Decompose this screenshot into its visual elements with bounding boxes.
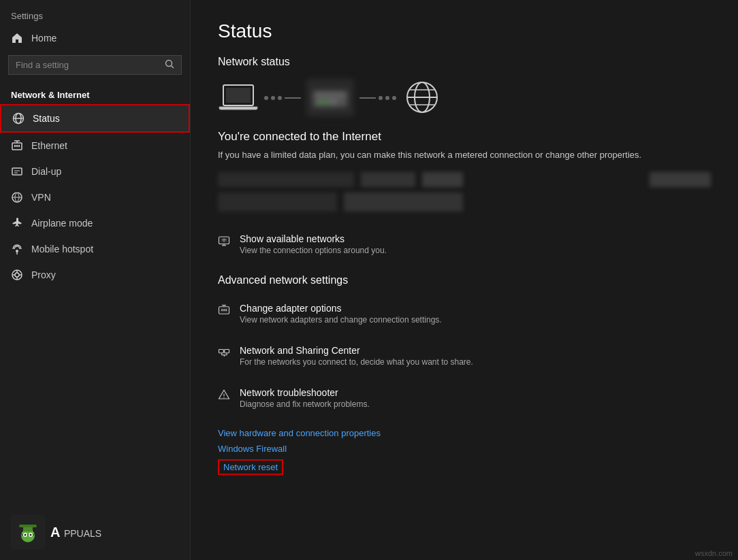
- section-label: Network & Internet: [0, 84, 190, 104]
- troubleshooter-title: Network troubleshooter: [240, 387, 370, 398]
- sidebar-item-dialup[interactable]: Dial-up: [0, 159, 190, 184]
- show-networks-title: Show available networks: [240, 233, 387, 244]
- airplane-label: Airplane mode: [31, 218, 93, 229]
- laptop-diagram-icon: [218, 81, 259, 115]
- logo-icon: [12, 516, 44, 548]
- show-networks-item[interactable]: Show available networks View the connect…: [218, 228, 711, 261]
- status-globe-icon: [12, 112, 25, 125]
- router-diagram-icon: [306, 79, 354, 116]
- sharing-center-item[interactable]: Network and Sharing Center For the netwo…: [218, 340, 711, 372]
- svg-point-37: [325, 100, 329, 104]
- dialup-label: Dial-up: [31, 166, 61, 177]
- svg-rect-10: [18, 145, 20, 147]
- ethernet-icon: [11, 139, 23, 152]
- page-title: Status: [218, 20, 711, 42]
- svg-line-1: [172, 66, 174, 69]
- connection-line-1: [264, 96, 301, 100]
- svg-rect-33: [226, 88, 251, 103]
- svg-rect-35: [313, 92, 347, 95]
- main-content: Status Network status: [191, 0, 738, 560]
- svg-point-27: [25, 534, 27, 536]
- svg-point-49: [223, 241, 225, 242]
- troubleshooter-sub: Diagnose and fix network problems.: [240, 399, 370, 409]
- sharing-center-sub: For the networks you connect to, decide …: [240, 357, 473, 367]
- vpn-icon: [11, 191, 23, 203]
- sharing-center-text: Network and Sharing Center For the netwo…: [240, 345, 473, 367]
- search-icon: [165, 59, 174, 71]
- svg-point-17: [15, 273, 19, 277]
- advanced-section: Advanced network settings: [218, 274, 711, 286]
- sidebar-item-proxy[interactable]: Proxy: [0, 262, 190, 288]
- connection-line-2: [359, 96, 396, 100]
- show-networks-sub: View the connection options around you.: [240, 246, 387, 255]
- svg-rect-58: [225, 350, 229, 353]
- network-info-area: [218, 172, 711, 212]
- firewall-link[interactable]: Windows Firewall: [218, 444, 711, 454]
- svg-point-65: [223, 397, 224, 398]
- sidebar-item-ethernet[interactable]: Ethernet: [0, 133, 190, 159]
- home-label: Home: [31, 33, 57, 44]
- show-networks-icon: [218, 235, 230, 247]
- change-adapter-icon: [218, 304, 230, 316]
- sidebar-item-hotspot[interactable]: Mobile hotspot: [0, 236, 190, 262]
- sidebar: Settings Home Network & Internet: [0, 0, 191, 560]
- connected-heading: You're connected to the Internet: [218, 130, 711, 144]
- change-adapter-text: Change adapter options View network adap…: [240, 303, 442, 325]
- svg-point-0: [166, 61, 172, 67]
- search-box[interactable]: [8, 55, 182, 75]
- troubleshooter-icon: [218, 389, 230, 401]
- network-reset-link[interactable]: Network reset: [218, 459, 283, 475]
- sidebar-item-vpn[interactable]: VPN: [0, 184, 190, 210]
- show-networks-text: Show available networks View the connect…: [240, 233, 387, 255]
- sharing-center-icon: [218, 346, 230, 359]
- sidebar-item-airplane[interactable]: Airplane mode: [0, 210, 190, 236]
- hotspot-icon: [11, 243, 23, 255]
- ethernet-label: Ethernet: [31, 140, 67, 151]
- svg-point-36: [318, 100, 322, 104]
- sharing-center-title: Network and Sharing Center: [240, 345, 473, 356]
- svg-rect-24: [19, 525, 37, 527]
- svg-point-14: [16, 250, 18, 252]
- globe-diagram-icon: [402, 79, 443, 116]
- airplane-icon: [11, 217, 23, 229]
- network-status-label: Network status: [218, 56, 711, 68]
- troubleshooter-text: Network troubleshooter Diagnose and fix …: [240, 387, 370, 409]
- svg-rect-11: [12, 168, 22, 175]
- home-icon: [11, 32, 23, 44]
- svg-rect-8: [14, 145, 16, 147]
- sidebar-home-item[interactable]: Home: [0, 25, 190, 51]
- settings-back-label: Settings: [0, 5, 190, 25]
- advanced-label: Advanced network settings: [218, 274, 711, 286]
- dialup-icon: [11, 165, 23, 178]
- change-adapter-title: Change adapter options: [240, 303, 442, 314]
- status-label: Status: [33, 113, 60, 124]
- svg-point-28: [30, 534, 32, 536]
- svg-rect-55: [223, 310, 225, 311]
- sidebar-item-status[interactable]: Status: [0, 104, 190, 133]
- hotspot-label: Mobile hotspot: [31, 244, 93, 254]
- svg-point-38: [332, 100, 336, 104]
- search-input[interactable]: [16, 60, 162, 70]
- watermark: wsxdn.com: [695, 549, 733, 557]
- hardware-link[interactable]: View hardware and connection properties: [218, 428, 711, 438]
- change-adapter-item[interactable]: Change adapter options View network adap…: [218, 297, 711, 330]
- svg-rect-56: [225, 310, 227, 311]
- vpn-label: VPN: [31, 192, 51, 203]
- svg-rect-57: [219, 350, 224, 353]
- proxy-label: Proxy: [31, 269, 56, 280]
- troubleshooter-item[interactable]: Network troubleshooter Diagnose and fix …: [218, 382, 711, 414]
- svg-rect-9: [16, 145, 18, 147]
- proxy-icon: [11, 269, 23, 281]
- network-diagram: [218, 79, 711, 116]
- svg-rect-54: [221, 310, 223, 311]
- sidebar-logo: A PPUALS: [0, 504, 190, 560]
- connected-sub: If you have a limited data plan, you can…: [218, 149, 711, 161]
- change-adapter-sub: View network adapters and change connect…: [240, 315, 442, 325]
